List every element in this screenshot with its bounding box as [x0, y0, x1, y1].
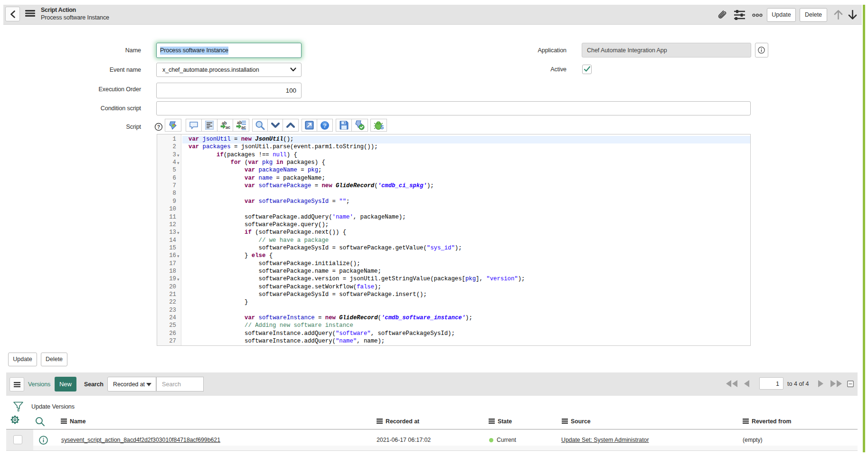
- svg-text:?: ?: [323, 122, 326, 129]
- svg-text:ac: ac: [226, 124, 230, 129]
- svg-text:S: S: [380, 124, 384, 130]
- svg-text:ab: ab: [237, 120, 242, 125]
- svg-text:?: ?: [157, 124, 160, 130]
- svg-text:ac: ac: [241, 124, 246, 129]
